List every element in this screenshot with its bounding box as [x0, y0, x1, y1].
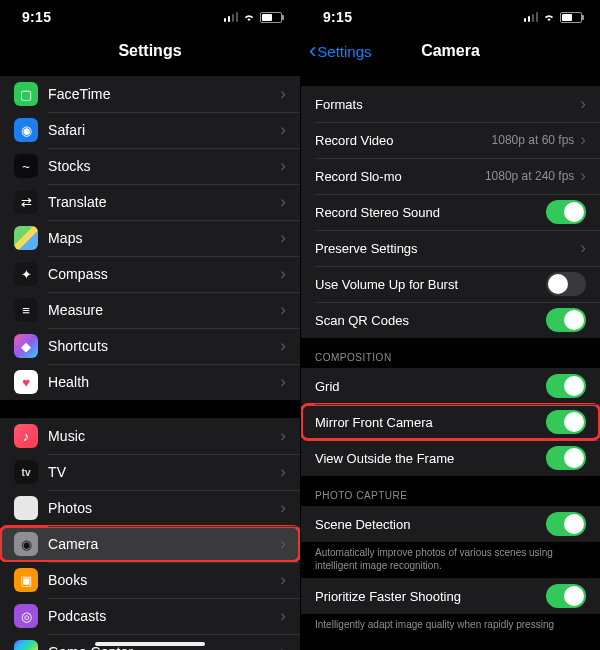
- settings-row-compass[interactable]: ✦Compass›: [0, 256, 300, 292]
- settings-row-books[interactable]: ▣Books›: [0, 562, 300, 598]
- settings-row-maps[interactable]: Maps›: [0, 220, 300, 256]
- compass-icon: ✦: [14, 262, 38, 286]
- chevron-right-icon: ›: [580, 130, 586, 150]
- setting-value: 1080p at 240 fps: [485, 169, 574, 183]
- setting-view-outside-the-frame[interactable]: View Outside the Frame: [301, 440, 600, 476]
- section-header-photo-capture: PHOTO CAPTURE: [301, 476, 600, 506]
- camera-settings-list[interactable]: Formats›Record Video1080p at 60 fps›Reco…: [301, 68, 600, 650]
- back-button[interactable]: ‹ Settings: [309, 40, 372, 62]
- music-icon: ♪: [14, 424, 38, 448]
- battery-icon: [560, 12, 582, 23]
- status-bar: 9:15: [301, 0, 600, 34]
- camera-settings-pane: 9:15 ‹ Settings Camera Formats›Record Vi…: [300, 0, 600, 650]
- setting-label: Preserve Settings: [315, 241, 580, 256]
- row-label: TV: [48, 464, 280, 480]
- row-label: Books: [48, 572, 280, 588]
- chevron-right-icon: ›: [580, 238, 586, 258]
- gamecenter-icon: [14, 640, 38, 650]
- settings-row-podcasts[interactable]: ◎Podcasts›: [0, 598, 300, 634]
- home-indicator[interactable]: [95, 642, 205, 646]
- nav-bar: Settings: [0, 34, 300, 68]
- chevron-right-icon: ›: [280, 264, 286, 284]
- chevron-right-icon: ›: [580, 94, 586, 114]
- row-label: Shortcuts: [48, 338, 280, 354]
- chevron-right-icon: ›: [580, 166, 586, 186]
- settings-row-music[interactable]: ♪Music›: [0, 418, 300, 454]
- status-bar: 9:15: [0, 0, 300, 34]
- wifi-icon: [542, 12, 556, 22]
- settings-row-shortcuts[interactable]: ◆Shortcuts›: [0, 328, 300, 364]
- cell-signal-icon: [524, 12, 539, 22]
- status-indicators: [524, 12, 583, 23]
- chevron-right-icon: ›: [280, 426, 286, 446]
- chevron-right-icon: ›: [280, 498, 286, 518]
- page-title: Camera: [421, 42, 480, 60]
- toggle-switch[interactable]: [546, 272, 586, 296]
- setting-use-volume-up-for-burst[interactable]: Use Volume Up for Burst: [301, 266, 600, 302]
- chevron-right-icon: ›: [280, 228, 286, 248]
- chevron-right-icon: ›: [280, 156, 286, 176]
- setting-mirror-front-camera[interactable]: Mirror Front Camera: [301, 404, 600, 440]
- toggle-switch[interactable]: [546, 410, 586, 434]
- facetime-icon: ▢: [14, 82, 38, 106]
- setting-scan-qr-codes[interactable]: Scan QR Codes: [301, 302, 600, 338]
- settings-row-facetime[interactable]: ▢FaceTime›: [0, 76, 300, 112]
- row-label: Photos: [48, 500, 280, 516]
- cell-signal-icon: [224, 12, 239, 22]
- back-label: Settings: [317, 43, 371, 60]
- tv-icon: tv: [14, 460, 38, 484]
- toggle-switch[interactable]: [546, 374, 586, 398]
- setting-record-video[interactable]: Record Video1080p at 60 fps›: [301, 122, 600, 158]
- toggle-switch[interactable]: [546, 200, 586, 224]
- setting-grid[interactable]: Grid: [301, 368, 600, 404]
- health-icon: ♥: [14, 370, 38, 394]
- page-title: Settings: [118, 42, 181, 60]
- setting-formats[interactable]: Formats›: [301, 86, 600, 122]
- toggle-switch[interactable]: [546, 308, 586, 332]
- settings-row-measure[interactable]: ≡Measure›: [0, 292, 300, 328]
- setting-value: 1080p at 60 fps: [492, 133, 575, 147]
- setting-record-stereo-sound[interactable]: Record Stereo Sound: [301, 194, 600, 230]
- setting-preserve-settings[interactable]: Preserve Settings›: [301, 230, 600, 266]
- toggle-switch[interactable]: [546, 512, 586, 536]
- wifi-icon: [242, 12, 256, 22]
- chevron-right-icon: ›: [280, 84, 286, 104]
- setting-label: Record Video: [315, 133, 492, 148]
- chevron-left-icon: ‹: [309, 40, 316, 62]
- row-label: Measure: [48, 302, 280, 318]
- status-time: 9:15: [22, 9, 51, 25]
- measure-icon: ≡: [14, 298, 38, 322]
- setting-label: Scene Detection: [315, 517, 546, 532]
- books-icon: ▣: [14, 568, 38, 592]
- settings-row-stocks[interactable]: ~Stocks›: [0, 148, 300, 184]
- setting-label: Record Slo-mo: [315, 169, 485, 184]
- settings-row-tv[interactable]: tvTV›: [0, 454, 300, 490]
- settings-row-photos[interactable]: Photos›: [0, 490, 300, 526]
- setting-scene-detection[interactable]: Scene Detection: [301, 506, 600, 542]
- settings-row-health[interactable]: ♥Health›: [0, 364, 300, 400]
- translate-icon: ⇄: [14, 190, 38, 214]
- settings-pane: 9:15 Settings ▢FaceTime›◉Safari›~Stocks›…: [0, 0, 300, 650]
- row-label: Stocks: [48, 158, 280, 174]
- chevron-right-icon: ›: [280, 642, 286, 650]
- toggle-switch[interactable]: [546, 584, 586, 608]
- status-time: 9:15: [323, 9, 352, 25]
- section-footer: Intelligently adapt image quality when r…: [301, 614, 600, 637]
- setting-record-slo-mo[interactable]: Record Slo-mo1080p at 240 fps›: [301, 158, 600, 194]
- chevron-right-icon: ›: [280, 192, 286, 212]
- row-label: FaceTime: [48, 86, 280, 102]
- settings-row-translate[interactable]: ⇄Translate›: [0, 184, 300, 220]
- settings-row-camera[interactable]: ◉Camera›: [0, 526, 300, 562]
- settings-list[interactable]: ▢FaceTime›◉Safari›~Stocks›⇄Translate›Map…: [0, 76, 300, 650]
- row-label: Music: [48, 428, 280, 444]
- status-indicators: [224, 12, 283, 23]
- toggle-switch[interactable]: [546, 446, 586, 470]
- setting-prioritize-faster-shooting[interactable]: Prioritize Faster Shooting: [301, 578, 600, 614]
- battery-icon: [260, 12, 282, 23]
- setting-label: Scan QR Codes: [315, 313, 546, 328]
- settings-row-safari[interactable]: ◉Safari›: [0, 112, 300, 148]
- chevron-right-icon: ›: [280, 462, 286, 482]
- camera-icon: ◉: [14, 532, 38, 556]
- chevron-right-icon: ›: [280, 372, 286, 392]
- nav-bar: ‹ Settings Camera: [301, 34, 600, 68]
